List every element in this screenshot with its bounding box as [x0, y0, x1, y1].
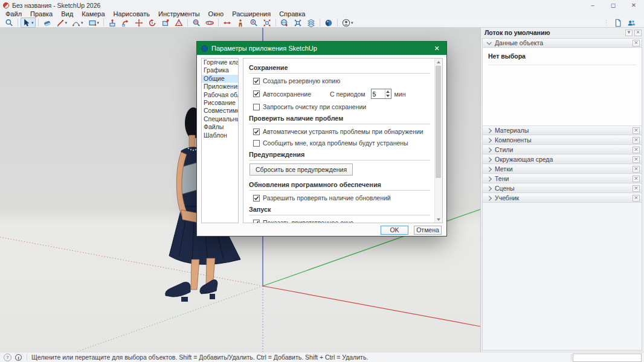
scale-tool-button[interactable]: [159, 17, 172, 28]
select-icon: [22, 19, 31, 27]
tray-section[interactable]: Тени✕: [483, 174, 642, 183]
checkbox-label: Запросить очистку при сохранении: [263, 103, 366, 110]
preferences-nav-item[interactable]: Файлы: [202, 123, 238, 131]
tray-section-label: Сцены: [495, 185, 515, 192]
rectangle-tool-button[interactable]: ▾: [86, 17, 101, 28]
spinner-up-icon[interactable]: [385, 89, 391, 94]
spinner-down-icon[interactable]: [385, 94, 391, 99]
rotate-tool-button[interactable]: [146, 17, 158, 28]
preferences-nav-item[interactable]: Шаблон: [202, 132, 238, 139]
zoom-extents-tool-button[interactable]: [261, 17, 273, 28]
measurements-input[interactable]: [573, 354, 642, 362]
preferences-nav-item[interactable]: Горячие клав...: [202, 59, 238, 66]
preferences-nav-item[interactable]: Графика: [202, 66, 238, 74]
orbit-tool-button[interactable]: [204, 17, 216, 28]
layers-tool-button[interactable]: [305, 17, 317, 28]
section-close-icon[interactable]: ✕: [633, 40, 640, 46]
tray-section[interactable]: Метки✕: [483, 165, 642, 174]
tray-section[interactable]: Сцены✕: [483, 184, 642, 193]
section-close-icon[interactable]: ✕: [633, 127, 640, 134]
section-close-icon[interactable]: ✕: [633, 147, 640, 153]
preferences-nav-item[interactable]: Рисование: [202, 99, 238, 107]
arc-tool-button[interactable]: ▾: [70, 17, 85, 28]
scroll-up-icon[interactable]: [435, 59, 442, 65]
close-icon[interactable]: ✕: [623, 0, 644, 10]
preferences-nav-item[interactable]: Совместимос...: [202, 107, 238, 115]
tray-section-label: Компоненты: [495, 136, 532, 144]
toolbar-grip[interactable]: [605, 19, 608, 27]
sketchup-logo-icon: [3, 2, 9, 8]
tray-section-object-data[interactable]: Данные объекта ✕: [483, 39, 642, 48]
info-icon[interactable]: i: [15, 354, 22, 361]
tray-close-icon[interactable]: ✕: [634, 30, 642, 36]
preferences-nav-item[interactable]: Специальны...: [202, 115, 238, 123]
zoom-icon: [250, 19, 258, 27]
zoom-window-tool-button[interactable]: [190, 17, 202, 28]
new-document-tool-button[interactable]: [612, 17, 624, 28]
tray-section[interactable]: Компоненты✕: [483, 136, 642, 145]
tray-title: Лоток по умолчанию: [485, 29, 550, 36]
ok-button[interactable]: OK: [381, 226, 408, 235]
chevron-right-icon: [486, 138, 491, 142]
follow-me-tool-button[interactable]: [120, 17, 132, 28]
section-close-icon[interactable]: ✕: [633, 166, 640, 173]
checkbox-unchecked[interactable]: [253, 140, 260, 147]
eraser-tool-button[interactable]: [41, 17, 53, 28]
checkbox-unchecked[interactable]: [253, 104, 260, 110]
scroll-down-icon[interactable]: [435, 216, 442, 223]
checkbox-checked[interactable]: [253, 91, 260, 97]
preferences-nav-item[interactable]: Общие: [202, 75, 238, 83]
flip-tool-button[interactable]: [173, 17, 185, 28]
3d-warehouse-tool-button[interactable]: [279, 17, 291, 28]
share-tool-button[interactable]: [625, 17, 637, 28]
checkbox-label: Разрешить проверять наличие обновлений: [263, 194, 391, 202]
scrollbar-thumb[interactable]: [436, 66, 441, 178]
zoom-extents-icon: [263, 19, 271, 27]
tray-section[interactable]: Материалы✕: [483, 126, 642, 135]
dialog-title-bar[interactable]: Параметры приложения SketchUp ✕: [197, 42, 446, 55]
section-close-icon[interactable]: ✕: [633, 185, 640, 192]
settings-section-title: Предупреждения: [249, 151, 430, 158]
section-close-icon[interactable]: ✕: [633, 156, 640, 163]
position-camera-tool-button[interactable]: [234, 17, 246, 28]
checkbox-checked[interactable]: [253, 129, 260, 135]
cancel-button[interactable]: Отмена: [414, 226, 442, 235]
rectangle-icon: [88, 19, 97, 27]
pan-tool-button[interactable]: [221, 17, 233, 28]
tray-section[interactable]: Окружающая среда✕: [483, 155, 642, 164]
default-tray: Лоток по умолчанию ▼ ✕ Данные объекта ✕ …: [480, 28, 644, 352]
section-close-icon[interactable]: ✕: [633, 176, 640, 182]
help-icon[interactable]: ?: [4, 354, 11, 361]
zoom-tool-button[interactable]: [248, 17, 260, 28]
reset-warnings-button[interactable]: Сбросить все предупреждения: [250, 164, 353, 176]
dialog-close-icon[interactable]: ✕: [431, 45, 442, 52]
line-tool-button[interactable]: ▾: [54, 17, 69, 28]
section-close-icon[interactable]: ✕: [633, 137, 640, 144]
title-bar: Без названия - SketchUp 2026 – ◻ ✕: [0, 0, 644, 10]
maximize-icon[interactable]: ◻: [603, 0, 623, 10]
tray-section[interactable]: Учебник✕: [483, 194, 642, 203]
object-data-panel: Нет выбора: [483, 48, 642, 126]
dialog-title: Параметры приложения SketchUp: [211, 45, 317, 52]
section-close-icon[interactable]: ✕: [633, 195, 640, 202]
checkbox-checked[interactable]: [253, 78, 260, 84]
checkbox-label: Автоматически устранять проблемы при обн…: [263, 128, 423, 135]
checkbox-checked[interactable]: [253, 220, 260, 224]
preferences-nav-item[interactable]: Приложения: [202, 83, 238, 91]
push-pull-tool-button[interactable]: [106, 17, 118, 28]
preferences-nav-item[interactable]: Рабочая обла...: [202, 91, 238, 99]
tray-section[interactable]: Стили✕: [483, 145, 642, 154]
move-tool-button[interactable]: [133, 17, 145, 28]
scrollbar[interactable]: [434, 59, 442, 223]
extension-warehouse-tool-button[interactable]: [292, 17, 304, 28]
minimize-icon[interactable]: –: [582, 0, 603, 10]
pin-icon[interactable]: ▼: [625, 30, 633, 36]
checkbox-checked[interactable]: [253, 195, 260, 202]
paint-tool-button[interactable]: [323, 17, 335, 28]
select-tool-button[interactable]: ▾: [21, 17, 36, 28]
settings-row: Запросить очистку при сохранении: [253, 103, 430, 110]
autosave-interval-input[interactable]: [372, 89, 385, 98]
search-tool-button[interactable]: [3, 17, 15, 28]
sign-in-tool-button[interactable]: ▾: [340, 17, 355, 28]
spinner-arrows: [385, 89, 391, 98]
